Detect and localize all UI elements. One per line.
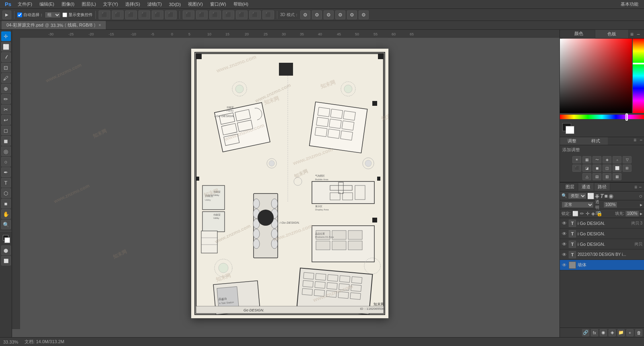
layer-item-4[interactable]: 👁 墙体 xyxy=(560,260,644,270)
menu-edit[interactable]: 编辑(E) xyxy=(36,0,58,8)
layer-style-btn[interactable]: fx xyxy=(591,329,598,336)
adj-cb[interactable]: ⬛ xyxy=(572,165,581,172)
align-center-h-btn[interactable]: ⬛ xyxy=(112,10,124,19)
adjust-tab[interactable]: 调整 xyxy=(560,137,584,145)
move-tool[interactable]: ✛ xyxy=(1,31,11,41)
color-swatches[interactable] xyxy=(1,235,11,244)
screen-mode-btn[interactable]: ⬜ xyxy=(1,256,11,266)
crop-tool[interactable]: ⊡ xyxy=(1,63,11,72)
adj-invert[interactable]: ⬜ xyxy=(613,165,621,172)
layer-eye-3[interactable]: 👁 xyxy=(561,252,567,257)
color-gradient-picker[interactable] xyxy=(560,39,644,113)
menu-window[interactable]: 窗口(W) xyxy=(207,0,229,8)
adj-curves[interactable]: 〜 xyxy=(592,156,601,163)
adj-bw[interactable]: ◪ xyxy=(582,165,591,172)
brush-tool[interactable]: ✏ xyxy=(1,94,11,104)
dist-btn3[interactable]: ⬛ xyxy=(209,10,221,19)
dodge-tool[interactable]: ○ xyxy=(1,157,11,167)
adj-color-lookup[interactable]: ◫ xyxy=(603,165,611,172)
color-panel-menu[interactable]: ≡ xyxy=(629,31,635,37)
menu-ps[interactable]: Ps xyxy=(2,1,14,7)
color-tab-color[interactable]: 颜色 xyxy=(562,30,595,39)
color-tab-swatch[interactable]: 色板 xyxy=(595,30,628,38)
adj-panel-collapse[interactable]: − xyxy=(638,137,644,145)
align-bottom-btn[interactable]: ⬛ xyxy=(165,10,177,19)
adj-bright[interactable]: ☀ xyxy=(572,156,581,163)
layer-item-0[interactable]: 👁 T i Go DESIGN. 拷贝 3 xyxy=(560,218,644,229)
layer-eye-0[interactable]: 👁 xyxy=(561,220,567,226)
path-tool[interactable]: ⬡ xyxy=(1,188,11,198)
layer-eye-1[interactable]: 👁 xyxy=(561,231,567,237)
canvas-container[interactable]: www.znzmo.com 知末网 www.znzmo.com 知末网 www.… xyxy=(20,38,559,329)
tab-channels[interactable]: 通道 xyxy=(578,183,594,191)
layer-item-2[interactable]: 👁 T i Go DESIGN. 拷贝 xyxy=(560,239,644,249)
adj-gradient-map[interactable]: ▥ xyxy=(603,173,611,180)
adj-exposure[interactable]: ◈ xyxy=(603,156,611,163)
dist-btn4[interactable]: ⬛ xyxy=(223,10,234,19)
filter-toggle[interactable]: ○ xyxy=(639,193,642,199)
align-left-btn[interactable]: ⬛ xyxy=(99,10,110,19)
eyedropper-tool[interactable]: 🖊 xyxy=(1,73,11,83)
adj-photo[interactable]: ◼ xyxy=(592,165,601,172)
menu-file[interactable]: 文件(F) xyxy=(14,0,35,8)
dist-v-btn[interactable]: ⬛ xyxy=(196,10,208,19)
adj-hsl[interactable]: ▽ xyxy=(623,156,632,163)
pen-tool[interactable]: ✒ xyxy=(1,167,11,177)
layer-group-btn[interactable]: 📁 xyxy=(617,329,625,336)
layer-type-filter[interactable]: 类型 xyxy=(568,193,586,199)
document-tab[interactable]: 04-彩屏源文件.psd @ 33.3% ( 线稿, RGB/8 ) × xyxy=(2,21,106,29)
eraser-tool[interactable]: ◻ xyxy=(1,126,11,135)
style-tab[interactable]: 样式 xyxy=(584,137,608,145)
adj-table[interactable]: ⊞ xyxy=(623,165,632,172)
tab-layers[interactable]: 图层 xyxy=(562,183,578,191)
layer-new-btn[interactable]: + xyxy=(626,329,634,336)
layer-item-3[interactable]: 👁 T 2022/07/30 DESIGN BY i... xyxy=(560,249,644,260)
hand-tool[interactable]: ✋ xyxy=(1,209,11,219)
layer-mask-btn[interactable]: ◉ xyxy=(600,329,607,336)
adj-thresh[interactable]: △ xyxy=(582,173,591,180)
gradient-tool[interactable]: ◼ xyxy=(1,136,11,146)
opacity-menu[interactable]: ▸ xyxy=(640,202,642,208)
lock-pixels-icon[interactable]: ✏ xyxy=(580,211,584,216)
layers-panel-menu[interactable]: ≡ xyxy=(634,184,637,190)
menu-help[interactable]: 帮助(H) xyxy=(230,0,252,8)
fg-bg-swatch-group[interactable] xyxy=(562,123,575,134)
spectrum-bar[interactable] xyxy=(560,115,644,119)
auto-select-dropdown[interactable]: 组 图层 xyxy=(45,12,61,18)
tab-paths[interactable]: 路径 xyxy=(594,183,610,191)
selection-tool[interactable]: ⬜ xyxy=(1,42,11,51)
3d-mode-btn2[interactable]: ⚙ xyxy=(312,10,322,19)
tab-close-btn[interactable]: × xyxy=(99,23,101,27)
background-color[interactable] xyxy=(4,237,10,243)
adj-levels[interactable]: ▦ xyxy=(582,156,591,163)
menu-layer[interactable]: 图层(L) xyxy=(78,0,99,8)
gradient-hue-slider[interactable] xyxy=(633,39,644,113)
3d-mode-btn[interactable]: ⚙ xyxy=(300,10,310,19)
zoom-tool[interactable]: 🔍 xyxy=(1,220,11,229)
menu-text[interactable]: 文字(Y) xyxy=(100,0,121,8)
menu-select[interactable]: 选择(S) xyxy=(122,0,143,8)
layer-eye-4[interactable]: 👁 xyxy=(561,262,567,268)
color-panel-collapse[interactable]: − xyxy=(635,31,642,37)
align-middle-btn[interactable]: ⬛ xyxy=(152,10,163,19)
transform-checkbox[interactable] xyxy=(62,12,67,17)
adj-posterize[interactable]: ▤ xyxy=(592,173,601,180)
text-tool[interactable]: T xyxy=(1,178,11,187)
3d-mode-btn6[interactable]: ⚙ xyxy=(359,10,369,19)
blur-tool[interactable]: ◎ xyxy=(1,146,11,156)
3d-mode-btn4[interactable]: ⚙ xyxy=(335,10,345,19)
menu-filter[interactable]: 滤镜(T) xyxy=(144,0,165,8)
canvas-document[interactable]: www.znzmo.com 知末网 www.znzmo.com 知末网 www.… xyxy=(191,49,388,318)
menu-image[interactable]: 图像(I) xyxy=(58,0,78,8)
layer-delete-btn[interactable]: 🗑 xyxy=(635,329,642,336)
adj-vibrance[interactable]: ⬦ xyxy=(613,156,621,163)
layer-eye-2[interactable]: 👁 xyxy=(561,241,567,247)
3d-mode-btn3[interactable]: ⚙ xyxy=(324,10,334,19)
background-swatch[interactable] xyxy=(566,126,574,134)
lock-transparent-icon[interactable]: ⬜ xyxy=(572,211,578,216)
fill-menu[interactable]: ▸ xyxy=(640,211,642,216)
auto-select-checkbox[interactable] xyxy=(17,12,22,17)
arrow-tool-btn[interactable]: ▶ xyxy=(2,10,11,19)
gradient-saturation[interactable] xyxy=(560,39,632,113)
blend-mode-select[interactable]: 正常 xyxy=(561,202,594,208)
